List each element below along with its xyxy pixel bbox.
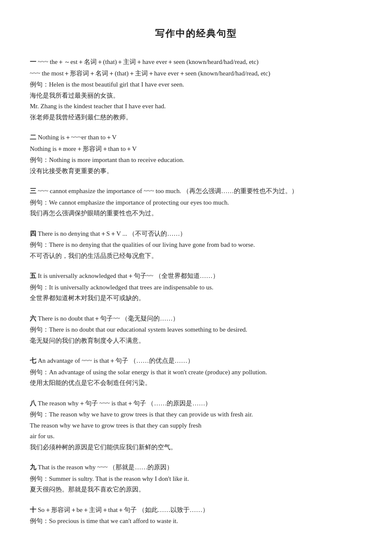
content-area: 一 ~~~ the＋～est＋名词＋(that)＋主词＋have ever＋se… <box>30 57 362 527</box>
example-label: 例句： <box>30 284 49 291</box>
example-chinese: 我们再怎么强调保护眼睛的重要性也不为过。 <box>30 208 362 219</box>
section-header-line: 四 There is no denying that＋S＋V ... （不可否认… <box>30 228 362 240</box>
section-header-line: 三 ~~~ cannot emphasize the importance of… <box>30 186 362 197</box>
example-chinese: 毫无疑问的我们的教育制度令人不满意。 <box>30 335 362 347</box>
example-chinese: 不可否认的，我们的生活品质已经每况愈下。 <box>30 251 362 262</box>
example-label: 例句： <box>30 81 49 88</box>
section-8: 八 The reason why＋句子 ~~~ is that＋句子 （……的原… <box>30 398 362 453</box>
example-english: 例句：The reason why we have to grow trees … <box>30 409 362 442</box>
example-english: 例句：We cannot emphasize the importance of… <box>30 197 362 208</box>
example-english: 例句：An advantage of using the solar energ… <box>30 367 362 378</box>
page-title: 写作中的经典句型 <box>30 26 362 41</box>
section-header-line: ~~~ the most＋形容词＋名词＋(that)＋主词＋have ever＋… <box>30 68 362 79</box>
section-header-line: 八 The reason why＋句子 ~~~ is that＋句子 （……的原… <box>30 398 362 409</box>
section-7: 七 An advantage of ~~~ is that＋句子 （……的优点是… <box>30 356 362 389</box>
example-english: 例句：Nothing is more important than to rec… <box>30 155 362 166</box>
example-english: 例句：Helen is the most beautiful girl that… <box>30 79 362 90</box>
section-10: 十 So＋形容词＋be＋主词＋that＋句子 （如此……以致于……）例句：So … <box>30 505 362 527</box>
example-chinese: 海伦是我所看过最美丽的女孩。 <box>30 90 362 101</box>
example-label: 例句： <box>30 326 49 333</box>
example-chinese: 张老师是我曾经遇到最仁慈的教师。 <box>30 112 362 123</box>
example-label: 例句： <box>30 475 49 482</box>
section-3: 三 ~~~ cannot emphasize the importance of… <box>30 186 362 219</box>
section-header-line: 五 It is universally acknowledged that＋句子… <box>30 271 362 282</box>
example-english: 例句：There is no denying that the qualitie… <box>30 240 362 251</box>
section-header-line: 二 Nothing is＋~~~er than to＋V <box>30 132 362 143</box>
section-6: 六 There is no doubt that＋句子~~ （毫无疑问的……）例… <box>30 313 362 347</box>
example-label: 例句： <box>30 411 49 418</box>
example-chinese: 使用太阳能的优点是它不会制造任何污染。 <box>30 378 362 389</box>
example-chinese: 我们必须种树的原因是它们能供应我们新鲜的空气。 <box>30 442 362 453</box>
section-2: 二 Nothing is＋~~~er than to＋VNothing is＋m… <box>30 132 362 176</box>
example-chinese: 夏天很闷热。那就是我不喜欢它的原因。 <box>30 484 362 495</box>
section-header-line: 六 There is no doubt that＋句子~~ （毫无疑问的……） <box>30 313 362 324</box>
section-header-line: 十 So＋形容词＋be＋主词＋that＋句子 （如此……以致于……） <box>30 505 362 516</box>
section-5: 五 It is universally acknowledged that＋句子… <box>30 271 362 304</box>
example-english: 例句：There is no doubt that our educationa… <box>30 324 362 335</box>
section-header-line: 七 An advantage of ~~~ is that＋句子 （……的优点是… <box>30 356 362 367</box>
section-header-line: 九 That is the reason why ~~~ （那就是……的原因） <box>30 462 362 473</box>
example-label: 例句： <box>30 517 49 524</box>
example-english: 例句：It is universally acknowledged that t… <box>30 282 362 293</box>
example-label: 例句： <box>30 241 49 248</box>
example-chinese: 全世界都知道树木对我们是不可或缺的。 <box>30 293 362 304</box>
example-label: 例句： <box>30 199 49 206</box>
example-english: 例句：Summer is sultry. That is the reason … <box>30 474 362 485</box>
section-header-line: Nothing is＋more＋形容词＋than to＋V <box>30 144 362 155</box>
section-header-line: 一 ~~~ the＋～est＋名词＋(that)＋主词＋have ever＋se… <box>30 57 362 68</box>
example-english: Mr. Zhang is the kindest teacher that I … <box>30 101 362 112</box>
section-4: 四 There is no denying that＋S＋V ... （不可否认… <box>30 228 362 262</box>
section-9: 九 That is the reason why ~~~ （那就是……的原因）例… <box>30 462 362 495</box>
example-label: 例句： <box>30 369 49 376</box>
section-1: 一 ~~~ the＋～est＋名词＋(that)＋主词＋have ever＋se… <box>30 57 362 123</box>
example-english: 例句：So precious is time that we can't aff… <box>30 516 362 527</box>
example-label: 例句： <box>30 156 49 163</box>
example-chinese: 没有比接受教育更重要的事。 <box>30 166 362 177</box>
